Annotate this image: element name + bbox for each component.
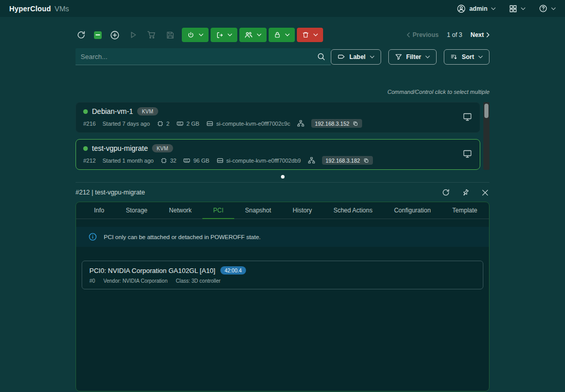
vm-row-test-vgpu-migrate[interactable]: test-vgpu-migrate KVM #212 Started 1 mon…	[76, 139, 480, 170]
hypervisor-badge: KVM	[152, 144, 173, 152]
info-icon	[88, 232, 97, 241]
sort-button[interactable]: Sort	[444, 49, 489, 65]
tab-snapshot[interactable]: Snapshot	[234, 202, 282, 219]
create-vm-button[interactable]	[109, 29, 120, 41]
delete-dropdown-button[interactable]	[297, 28, 323, 42]
tab-pci[interactable]: PCI	[202, 202, 234, 219]
cpu-icon	[160, 157, 167, 164]
status-running-dot	[83, 146, 88, 151]
detail-tabs: Info Storage Network PCI Snapshot Histor…	[76, 202, 489, 219]
vm-ip-copy[interactable]: 192.168.3.182	[322, 156, 373, 165]
save-button	[164, 29, 176, 41]
migrate-icon	[216, 31, 223, 39]
ownership-icon	[244, 31, 253, 39]
user-menu[interactable]: admin	[457, 4, 496, 13]
lock-icon	[274, 31, 281, 38]
chevron-down-icon	[199, 33, 203, 36]
vnc-console-button[interactable]	[462, 149, 473, 161]
vm-started: Started 1 month ago	[102, 158, 154, 164]
pci-address-badge: 42:00.4	[220, 266, 246, 275]
sort-icon	[450, 53, 458, 61]
ownership-dropdown-button[interactable]	[239, 28, 267, 42]
vm-row-debian-vm-1[interactable]: Debian-vm-1 KVM #216 Started 7 days ago …	[76, 102, 480, 133]
vm-list-scrollbar[interactable]	[483, 102, 489, 170]
refresh-icon	[442, 188, 450, 197]
vm-ip: 192.168.3.152	[315, 121, 349, 127]
close-icon	[482, 189, 488, 196]
tab-template[interactable]: Template	[442, 202, 488, 219]
tab-network[interactable]: Network	[158, 202, 202, 219]
select-all-checkbox[interactable]	[94, 31, 102, 39]
pci-device-card[interactable]: PCI0: NVIDIA Corporation GA102GL [A10] 4…	[82, 261, 483, 289]
vm-toolbar: Previous 1 of 3 Next	[76, 28, 489, 42]
refresh-button[interactable]	[76, 29, 87, 41]
chevron-down-icon	[285, 33, 290, 36]
tab-info[interactable]: Info	[83, 202, 115, 219]
vm-host: si-compute-kvm-e0fff7002c9c	[216, 121, 290, 127]
brand-logo: HyperCloud	[9, 5, 51, 13]
next-page-button[interactable]: Next	[470, 31, 489, 38]
host-icon	[206, 120, 214, 127]
power-icon	[187, 31, 195, 39]
topbar: HyperCloud VMs admin	[0, 0, 565, 17]
vm-ip-copy[interactable]: 192.168.3.152	[311, 119, 362, 128]
play-button	[127, 29, 139, 41]
search-icon[interactable]	[317, 52, 326, 61]
console-icon	[462, 149, 473, 159]
migrate-dropdown-button[interactable]	[211, 28, 237, 42]
detail-close-button[interactable]	[480, 188, 489, 197]
refresh-icon	[77, 30, 86, 40]
vm-started: Started 7 days ago	[102, 121, 149, 127]
detail-panel-title: #212 | test-vgpu-migrate	[76, 189, 145, 196]
multi-select-hint: Command/Control click to select multiple	[76, 89, 489, 95]
scrollbar-thumb[interactable]	[484, 104, 488, 118]
tab-storage[interactable]: Storage	[115, 202, 158, 219]
vm-name: Debian-vm-1	[92, 107, 133, 115]
pin-icon	[462, 189, 469, 197]
page-count: 1 of 3	[447, 31, 462, 38]
previous-page-button: Previous	[407, 31, 439, 38]
lock-dropdown-button[interactable]	[269, 28, 295, 42]
power-dropdown-button[interactable]	[182, 28, 209, 42]
chevron-right-icon	[486, 32, 489, 37]
chevron-left-icon	[407, 32, 410, 37]
save-icon	[166, 31, 175, 40]
ram-icon	[176, 120, 184, 127]
network-icon	[308, 156, 315, 164]
vm-ram: 2 GB	[186, 121, 199, 127]
tab-configuration[interactable]: Configuration	[383, 202, 441, 219]
pci-device-title: PCI0: NVIDIA Corporation GA102GL [A10]	[89, 267, 215, 275]
marketplace-icon	[147, 30, 156, 40]
carousel-page-dot[interactable]	[281, 175, 285, 179]
detail-refresh-button[interactable]	[441, 188, 450, 197]
add-icon	[110, 30, 120, 40]
pagination: Previous 1 of 3 Next	[407, 31, 489, 38]
tab-sched-actions[interactable]: Sched Actions	[323, 202, 383, 219]
chevron-down-icon	[228, 33, 232, 36]
ram-icon	[183, 156, 191, 164]
vm-list: Debian-vm-1 KVM #216 Started 7 days ago …	[76, 102, 489, 170]
marketplace-button	[146, 29, 157, 41]
detail-pin-button[interactable]	[461, 188, 470, 197]
chevron-down-icon	[370, 55, 374, 58]
status-running-dot	[83, 109, 88, 114]
label-button[interactable]: Label	[331, 49, 381, 65]
vm-ram: 96 GB	[193, 158, 209, 164]
search-input[interactable]	[81, 53, 317, 61]
hypervisor-badge: KVM	[137, 107, 158, 115]
help-menu[interactable]	[539, 4, 556, 13]
help-icon	[539, 4, 548, 13]
chevron-down-icon	[551, 7, 556, 10]
user-name: admin	[469, 5, 487, 12]
chevron-down-icon	[313, 33, 318, 36]
console-icon	[462, 112, 473, 122]
copy-icon	[352, 121, 359, 127]
tab-history[interactable]: History	[282, 202, 323, 219]
vnc-console-button[interactable]	[462, 112, 473, 124]
chevron-down-icon	[521, 7, 525, 10]
chevron-down-icon	[257, 33, 261, 36]
play-icon	[128, 30, 138, 40]
search-box	[76, 48, 331, 65]
filter-button[interactable]: Filter	[388, 49, 437, 65]
apps-menu[interactable]	[509, 5, 525, 13]
